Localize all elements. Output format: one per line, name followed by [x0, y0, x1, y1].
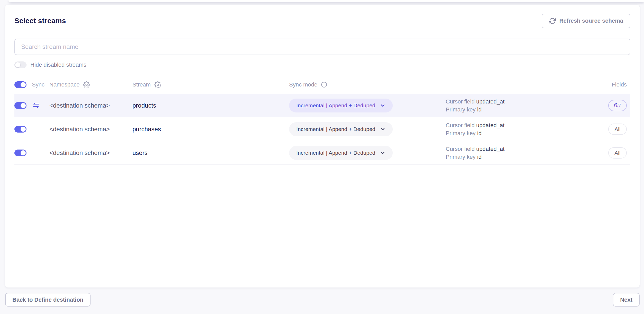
search-input[interactable] [14, 39, 630, 55]
cursor-field-label: Cursor field [446, 122, 475, 128]
toggle-knob [21, 127, 26, 132]
header-fields: Fields [594, 81, 630, 88]
primary-key-label: Primary key [446, 130, 476, 136]
back-button[interactable]: Back to Define destination [5, 293, 91, 307]
header-namespace: Namespace [49, 81, 79, 88]
stream-settings-gear-icon[interactable] [154, 81, 161, 88]
toggle-knob [21, 103, 26, 108]
refresh-icon [549, 18, 556, 24]
select-streams-card: Select streams Refresh source schema Hid… [5, 5, 640, 287]
sync-mode-dropdown[interactable]: Incremental | Append + Deduped [289, 122, 393, 136]
sync-direction-arrows-icon [32, 102, 40, 109]
row-sync-toggle[interactable] [14, 150, 26, 156]
table-header-row: Sync Namespace Stream Sync mode [14, 76, 630, 94]
wizard-footer: Back to Define destination Next [5, 287, 640, 314]
fields-count-badge[interactable]: All [608, 147, 627, 159]
namespace-value: <destination schema> [49, 126, 110, 133]
row-sync-toggle[interactable] [14, 102, 26, 109]
cursor-field-value: updated_at [476, 146, 505, 152]
refresh-button-label: Refresh source schema [559, 18, 623, 24]
namespace-value: <destination schema> [49, 149, 110, 156]
sync-mode-value: Incremental | Append + Deduped [296, 102, 375, 109]
primary-key-value: id [477, 106, 481, 113]
primary-key-label: Primary key [446, 106, 476, 113]
toggle-knob [21, 150, 26, 155]
header-sync-mode: Sync mode [289, 81, 317, 88]
stream-name: purchases [132, 126, 161, 133]
stream-row-products[interactable]: <destination schema> products Incrementa… [14, 94, 630, 117]
next-button[interactable]: Next [613, 293, 640, 307]
chevron-down-icon [380, 103, 386, 108]
namespace-settings-gear-icon[interactable] [83, 81, 90, 88]
primary-key-value: id [477, 130, 481, 136]
primary-key-value: id [477, 154, 481, 160]
sync-mode-dropdown[interactable]: Incremental | Append + Deduped [289, 99, 393, 112]
row-sync-toggle[interactable] [14, 126, 26, 133]
cursor-field-label: Cursor field [446, 146, 475, 152]
primary-key-label: Primary key [446, 154, 476, 160]
stream-row-users[interactable]: <destination schema> users Incremental |… [14, 141, 630, 165]
fields-all-label: All [614, 150, 620, 156]
sync-mode-value: Incremental | Append + Deduped [296, 126, 375, 132]
cursor-pk-block: Cursor field updated_at Primary key id [446, 121, 594, 137]
cursor-field-value: updated_at [476, 98, 505, 105]
chevron-down-icon [380, 150, 386, 156]
cursor-field-label: Cursor field [446, 98, 475, 105]
card-header: Select streams Refresh source schema [14, 13, 630, 28]
sync-mode-value: Incremental | Append + Deduped [296, 150, 375, 156]
hide-disabled-label: Hide disabled streams [30, 62, 86, 68]
refresh-source-schema-button[interactable]: Refresh source schema [542, 14, 630, 28]
fields-selected-count: 6 [614, 102, 618, 109]
chevron-down-icon [380, 126, 386, 132]
stream-name: users [132, 149, 148, 156]
hide-disabled-row: Hide disabled streams [14, 61, 630, 68]
sync-all-toggle[interactable] [14, 81, 26, 88]
sync-mode-info-icon[interactable] [321, 82, 327, 88]
header-stream: Stream [132, 81, 151, 88]
cursor-field-value: updated_at [476, 122, 505, 128]
cursor-pk-block: Cursor field updated_at Primary key id [446, 98, 594, 114]
header-sync: Sync [31, 81, 49, 88]
toggle-knob [21, 82, 26, 87]
hide-disabled-toggle[interactable] [14, 62, 26, 68]
cursor-pk-block: Cursor field updated_at Primary key id [446, 145, 594, 161]
streams-table: Sync Namespace Stream Sync mode [14, 76, 630, 165]
stream-row-purchases[interactable]: <destination schema> purchases Increment… [14, 117, 630, 141]
page-title: Select streams [14, 17, 66, 25]
fields-count-badge[interactable]: 6/7 [608, 100, 627, 111]
fields-count-badge[interactable]: All [608, 124, 627, 135]
previous-card-edge [8, 0, 644, 2]
namespace-value: <destination schema> [49, 102, 110, 109]
toggle-knob [15, 62, 20, 67]
sync-mode-dropdown[interactable]: Incremental | Append + Deduped [289, 146, 393, 160]
stream-name: products [132, 102, 156, 109]
fields-all-label: All [614, 126, 620, 132]
fields-total-count: /7 [617, 103, 621, 108]
